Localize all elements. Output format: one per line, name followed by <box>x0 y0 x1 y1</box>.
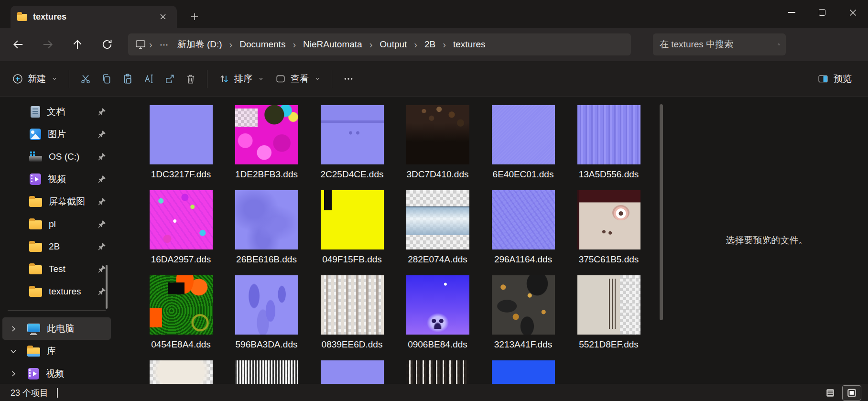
toolbar-divider <box>69 70 69 88</box>
sort-button-label: 排序 <box>234 73 252 85</box>
copy-button[interactable] <box>96 68 117 89</box>
file-thumbnail <box>150 105 213 164</box>
sidebar-item-screenshots[interactable]: 屏幕截图 <box>2 190 111 213</box>
sidebar-item-test[interactable]: Test <box>2 258 111 280</box>
chevron-right-icon <box>10 325 17 332</box>
breadcrumb-item[interactable]: Documents <box>235 37 290 52</box>
sidebar-item-pl[interactable]: pl <box>2 213 111 235</box>
file-item[interactable] <box>138 360 224 384</box>
main-area: 文档图片OS (C:)视频屏幕截图pl2BTesttextures 此电脑库视频… <box>0 97 868 384</box>
pin-icon <box>98 197 106 206</box>
sidebar-item-textures[interactable]: textures <box>2 280 111 303</box>
rename-button[interactable] <box>138 68 159 89</box>
scrollbar[interactable] <box>659 97 664 384</box>
video-icon <box>30 173 41 185</box>
file-item[interactable]: 1DE2BFB3.dds <box>224 105 309 190</box>
paste-button[interactable] <box>117 68 138 89</box>
scrollbar-thumb[interactable] <box>660 104 663 320</box>
file-item[interactable]: 282E074A.dds <box>395 190 480 275</box>
breadcrumb-item[interactable]: NieRAutomata <box>299 37 367 52</box>
sidebar-item-libraries[interactable]: 库 <box>2 340 111 362</box>
pin-icon <box>98 108 106 116</box>
sidebar-item-os-c[interactable]: OS (C:) <box>2 145 111 168</box>
sidebar: 文档图片OS (C:)视频屏幕截图pl2BTesttextures 此电脑库视频 <box>0 97 113 384</box>
file-name: 3DC7D410.dds <box>407 169 469 180</box>
tab-close-icon[interactable] <box>156 10 170 24</box>
file-item[interactable]: 13A5D556.dds <box>566 105 651 190</box>
file-item[interactable]: 26BE616B.dds <box>224 190 309 275</box>
copy-icon <box>101 74 112 84</box>
file-item[interactable]: 0454E8A4.dds <box>138 275 224 360</box>
sidebar-item-this-pc[interactable]: 此电脑 <box>2 317 111 340</box>
file-item[interactable]: 296A1164.dds <box>480 190 566 275</box>
file-item[interactable]: 049F15FB.dds <box>309 190 395 275</box>
minimize-button[interactable] <box>776 0 807 25</box>
plus-circle-icon <box>12 74 23 84</box>
file-item[interactable]: 6E40EC01.dds <box>480 105 566 190</box>
sidebar-item-documents[interactable]: 文档 <box>2 100 111 123</box>
close-button[interactable] <box>837 0 868 25</box>
share-button[interactable] <box>159 68 180 89</box>
file-thumbnail <box>577 190 640 249</box>
file-item[interactable]: 5521D8EF.dds <box>566 275 651 360</box>
cut-icon <box>80 74 91 84</box>
file-item[interactable] <box>309 360 395 384</box>
rename-icon <box>143 74 154 84</box>
cut-button[interactable] <box>75 68 96 89</box>
sidebar-scrollbar[interactable] <box>106 265 108 309</box>
sidebar-item-label: 视频 <box>46 368 64 380</box>
breadcrumb-item[interactable]: 新加卷 (D:) <box>173 36 227 53</box>
new-tab-button[interactable] <box>186 9 203 25</box>
file-thumbnail <box>406 190 469 249</box>
more-options-button[interactable] <box>338 68 359 89</box>
file-item[interactable]: 0906BE84.dds <box>395 275 480 360</box>
file-name: 5521D8EF.dds <box>579 339 639 350</box>
chevron-right-icon: › <box>290 40 299 49</box>
pin-icon <box>98 287 106 295</box>
search-input[interactable] <box>659 39 778 50</box>
large-icons-view-button[interactable] <box>842 385 861 401</box>
file-item[interactable]: 2C25D4CE.dds <box>309 105 395 190</box>
up-button[interactable] <box>67 34 88 55</box>
sidebar-item-videos-lib[interactable]: 视频 <box>2 362 111 384</box>
pin-icon <box>98 265 106 273</box>
file-item[interactable]: 1DC3217F.dds <box>138 105 224 190</box>
back-button[interactable] <box>8 34 29 55</box>
folder-icon <box>29 243 42 252</box>
chevron-right-icon <box>10 370 17 377</box>
file-name: 16DA2957.dds <box>151 254 211 265</box>
new-button[interactable]: 新建 <box>7 69 63 89</box>
breadcrumb-item[interactable]: Output <box>375 37 411 52</box>
preview-toggle-button[interactable]: 预览 <box>812 69 857 89</box>
file-item[interactable] <box>480 360 566 384</box>
sort-button[interactable]: 排序 <box>213 69 270 89</box>
chevron-right-icon: › <box>411 40 420 49</box>
address-bar[interactable]: › ⋯ 新加卷 (D:)›Documents›NieRAutomata›Outp… <box>128 33 631 55</box>
file-item[interactable]: 3213A41F.dds <box>480 275 566 360</box>
status-bar: 23 个项目 <box>0 384 868 401</box>
maximize-button[interactable] <box>807 0 837 25</box>
sidebar-item-pictures[interactable]: 图片 <box>2 123 111 145</box>
tab-textures[interactable]: textures <box>11 6 177 28</box>
breadcrumb-item[interactable]: 2B <box>420 37 440 52</box>
file-thumbnail <box>492 105 555 164</box>
file-item[interactable]: 375C61B5.dds <box>566 190 651 275</box>
forward-button[interactable] <box>37 34 58 55</box>
breadcrumb-overflow[interactable]: ⋯ <box>155 37 173 52</box>
file-item[interactable]: 3DC7D410.dds <box>395 105 480 190</box>
view-button[interactable]: 查看 <box>270 69 326 89</box>
file-item[interactable]: 16DA2957.dds <box>138 190 224 275</box>
sidebar-item-2b[interactable]: 2B <box>2 235 111 258</box>
sidebar-item-videos[interactable]: 视频 <box>2 168 111 190</box>
file-item[interactable]: 0839EE6D.dds <box>309 275 395 360</box>
delete-button[interactable] <box>180 68 201 89</box>
refresh-button[interactable] <box>97 34 118 55</box>
file-item[interactable]: 596BA3DA.dds <box>224 275 309 360</box>
breadcrumb-item[interactable]: textures <box>449 37 490 52</box>
file-explorer-window: textures › <box>0 0 868 401</box>
details-view-button[interactable] <box>821 386 839 400</box>
sidebar-item-label: 屏幕截图 <box>49 195 95 208</box>
file-item[interactable] <box>395 360 480 384</box>
file-item[interactable] <box>224 360 309 384</box>
pin-icon <box>98 242 106 250</box>
